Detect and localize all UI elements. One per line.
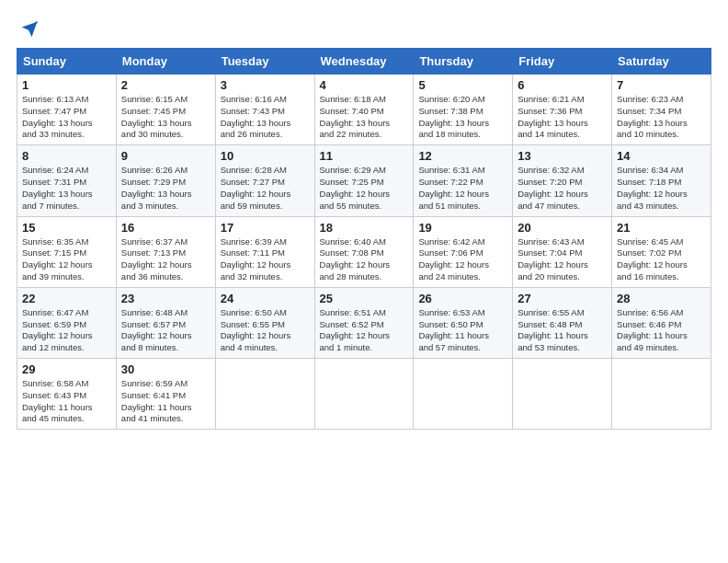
calendar-cell: 8Sunrise: 6:24 AM Sunset: 7:31 PM Daylig… — [17, 145, 117, 216]
cell-info: Sunrise: 6:40 AM Sunset: 7:08 PM Dayligh… — [320, 236, 409, 283]
week-row-5: 29Sunrise: 6:58 AM Sunset: 6:43 PM Dayli… — [17, 359, 711, 430]
cell-info: Sunrise: 6:59 AM Sunset: 6:41 PM Dayligh… — [121, 378, 210, 425]
calendar-cell: 7Sunrise: 6:23 AM Sunset: 7:34 PM Daylig… — [612, 75, 711, 145]
day-number: 25 — [320, 292, 409, 305]
logo-bird-icon — [20, 20, 39, 39]
header-wednesday: Wednesday — [314, 49, 414, 75]
cell-info: Sunrise: 6:31 AM Sunset: 7:22 PM Dayligh… — [418, 165, 507, 212]
cell-info: Sunrise: 6:48 AM Sunset: 6:57 PM Dayligh… — [121, 307, 210, 354]
calendar-cell: 17Sunrise: 6:39 AM Sunset: 7:11 PM Dayli… — [215, 216, 314, 287]
cell-info: Sunrise: 6:16 AM Sunset: 7:43 PM Dayligh… — [221, 94, 310, 141]
calendar-cell — [215, 359, 314, 430]
day-number: 29 — [22, 362, 111, 376]
header — [17, 17, 711, 39]
header-saturday: Saturday — [612, 49, 711, 75]
calendar-cell: 19Sunrise: 6:42 AM Sunset: 7:06 PM Dayli… — [414, 216, 513, 287]
day-number: 21 — [617, 221, 706, 235]
day-number: 3 — [221, 78, 310, 92]
day-number: 30 — [121, 362, 210, 376]
calendar-cell: 3Sunrise: 6:16 AM Sunset: 7:43 PM Daylig… — [215, 75, 314, 145]
day-number: 12 — [418, 149, 507, 163]
calendar-cell: 4Sunrise: 6:18 AM Sunset: 7:40 PM Daylig… — [314, 75, 414, 145]
calendar-cell: 27Sunrise: 6:55 AM Sunset: 6:48 PM Dayli… — [513, 287, 612, 358]
cell-info: Sunrise: 6:20 AM Sunset: 7:38 PM Dayligh… — [418, 94, 507, 141]
calendar-cell: 22Sunrise: 6:47 AM Sunset: 6:59 PM Dayli… — [17, 287, 117, 358]
logo — [17, 20, 40, 39]
cell-info: Sunrise: 6:37 AM Sunset: 7:13 PM Dayligh… — [121, 236, 210, 283]
calendar-cell — [314, 359, 414, 430]
calendar-cell: 21Sunrise: 6:45 AM Sunset: 7:02 PM Dayli… — [612, 216, 711, 287]
cell-info: Sunrise: 6:47 AM Sunset: 6:59 PM Dayligh… — [22, 307, 111, 354]
calendar-cell: 15Sunrise: 6:35 AM Sunset: 7:15 PM Dayli… — [17, 216, 117, 287]
week-row-2: 8Sunrise: 6:24 AM Sunset: 7:31 PM Daylig… — [17, 145, 711, 216]
week-row-1: 1Sunrise: 6:13 AM Sunset: 7:47 PM Daylig… — [17, 75, 711, 145]
calendar-cell: 28Sunrise: 6:56 AM Sunset: 6:46 PM Dayli… — [612, 287, 711, 358]
cell-info: Sunrise: 6:23 AM Sunset: 7:34 PM Dayligh… — [617, 94, 706, 141]
day-number: 5 — [418, 78, 507, 92]
day-number: 27 — [518, 292, 607, 305]
day-number: 7 — [617, 78, 706, 92]
day-number: 8 — [22, 149, 111, 163]
week-row-4: 22Sunrise: 6:47 AM Sunset: 6:59 PM Dayli… — [17, 287, 711, 358]
header-tuesday: Tuesday — [215, 49, 314, 75]
calendar-cell: 9Sunrise: 6:26 AM Sunset: 7:29 PM Daylig… — [116, 145, 215, 216]
day-number: 24 — [221, 292, 310, 305]
cell-info: Sunrise: 6:56 AM Sunset: 6:46 PM Dayligh… — [617, 307, 706, 354]
calendar-cell: 5Sunrise: 6:20 AM Sunset: 7:38 PM Daylig… — [414, 75, 513, 145]
cell-info: Sunrise: 6:34 AM Sunset: 7:18 PM Dayligh… — [617, 165, 706, 212]
cell-info: Sunrise: 6:50 AM Sunset: 6:55 PM Dayligh… — [221, 307, 310, 354]
calendar-cell: 25Sunrise: 6:51 AM Sunset: 6:52 PM Dayli… — [314, 287, 414, 358]
cell-info: Sunrise: 6:55 AM Sunset: 6:48 PM Dayligh… — [518, 307, 607, 354]
calendar-cell: 16Sunrise: 6:37 AM Sunset: 7:13 PM Dayli… — [116, 216, 215, 287]
cell-info: Sunrise: 6:53 AM Sunset: 6:50 PM Dayligh… — [418, 307, 507, 354]
cell-info: Sunrise: 6:28 AM Sunset: 7:27 PM Dayligh… — [221, 165, 310, 212]
day-number: 16 — [121, 221, 210, 235]
day-number: 1 — [22, 78, 111, 92]
day-number: 23 — [121, 292, 210, 305]
calendar-table: SundayMondayTuesdayWednesdayThursdayFrid… — [17, 48, 711, 430]
calendar-cell — [513, 359, 612, 430]
day-number: 28 — [617, 292, 706, 305]
day-number: 9 — [121, 149, 210, 163]
cell-info: Sunrise: 6:21 AM Sunset: 7:36 PM Dayligh… — [518, 94, 607, 141]
calendar-cell: 24Sunrise: 6:50 AM Sunset: 6:55 PM Dayli… — [215, 287, 314, 358]
cell-info: Sunrise: 6:35 AM Sunset: 7:15 PM Dayligh… — [22, 236, 111, 283]
cell-info: Sunrise: 6:32 AM Sunset: 7:20 PM Dayligh… — [518, 165, 607, 212]
header-friday: Friday — [513, 49, 612, 75]
day-number: 11 — [320, 149, 409, 163]
day-number: 26 — [418, 292, 507, 305]
calendar-cell — [612, 359, 711, 430]
day-number: 15 — [22, 221, 111, 235]
day-number: 22 — [22, 292, 111, 305]
header-sunday: Sunday — [17, 49, 117, 75]
calendar-cell: 26Sunrise: 6:53 AM Sunset: 6:50 PM Dayli… — [414, 287, 513, 358]
calendar-cell: 13Sunrise: 6:32 AM Sunset: 7:20 PM Dayli… — [513, 145, 612, 216]
cell-info: Sunrise: 6:45 AM Sunset: 7:02 PM Dayligh… — [617, 236, 706, 283]
day-number: 10 — [221, 149, 310, 163]
cell-info: Sunrise: 6:43 AM Sunset: 7:04 PM Dayligh… — [518, 236, 607, 283]
day-number: 17 — [221, 221, 310, 235]
day-number: 18 — [320, 221, 409, 235]
calendar-cell: 10Sunrise: 6:28 AM Sunset: 7:27 PM Dayli… — [215, 145, 314, 216]
calendar-cell: 1Sunrise: 6:13 AM Sunset: 7:47 PM Daylig… — [17, 75, 117, 145]
header-row: SundayMondayTuesdayWednesdayThursdayFrid… — [17, 49, 711, 75]
cell-info: Sunrise: 6:39 AM Sunset: 7:11 PM Dayligh… — [221, 236, 310, 283]
cell-info: Sunrise: 6:58 AM Sunset: 6:43 PM Dayligh… — [22, 378, 111, 425]
calendar-cell: 14Sunrise: 6:34 AM Sunset: 7:18 PM Dayli… — [612, 145, 711, 216]
calendar-cell: 2Sunrise: 6:15 AM Sunset: 7:45 PM Daylig… — [116, 75, 215, 145]
calendar-cell: 6Sunrise: 6:21 AM Sunset: 7:36 PM Daylig… — [513, 75, 612, 145]
day-number: 13 — [518, 149, 607, 163]
cell-info: Sunrise: 6:24 AM Sunset: 7:31 PM Dayligh… — [22, 165, 111, 212]
cell-info: Sunrise: 6:15 AM Sunset: 7:45 PM Dayligh… — [121, 94, 210, 141]
cell-info: Sunrise: 6:13 AM Sunset: 7:47 PM Dayligh… — [22, 94, 111, 141]
header-thursday: Thursday — [414, 49, 513, 75]
day-number: 2 — [121, 78, 210, 92]
cell-info: Sunrise: 6:26 AM Sunset: 7:29 PM Dayligh… — [121, 165, 210, 212]
cell-info: Sunrise: 6:29 AM Sunset: 7:25 PM Dayligh… — [320, 165, 409, 212]
calendar-cell: 29Sunrise: 6:58 AM Sunset: 6:43 PM Dayli… — [17, 359, 117, 430]
calendar-cell: 11Sunrise: 6:29 AM Sunset: 7:25 PM Dayli… — [314, 145, 414, 216]
calendar-cell: 20Sunrise: 6:43 AM Sunset: 7:04 PM Dayli… — [513, 216, 612, 287]
day-number: 6 — [518, 78, 607, 92]
day-number: 19 — [418, 221, 507, 235]
cell-info: Sunrise: 6:18 AM Sunset: 7:40 PM Dayligh… — [320, 94, 409, 141]
